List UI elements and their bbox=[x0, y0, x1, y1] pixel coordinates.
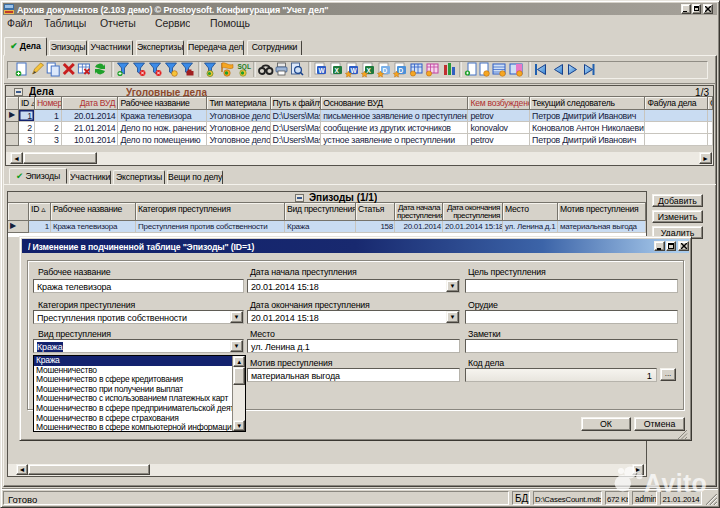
svg-text:W: W bbox=[351, 67, 358, 74]
svg-text:D: D bbox=[383, 67, 388, 74]
svg-text:D: D bbox=[399, 67, 404, 74]
svg-text:X: X bbox=[367, 67, 372, 74]
svg-text:W: W bbox=[319, 67, 326, 74]
svg-text:X: X bbox=[335, 67, 340, 74]
